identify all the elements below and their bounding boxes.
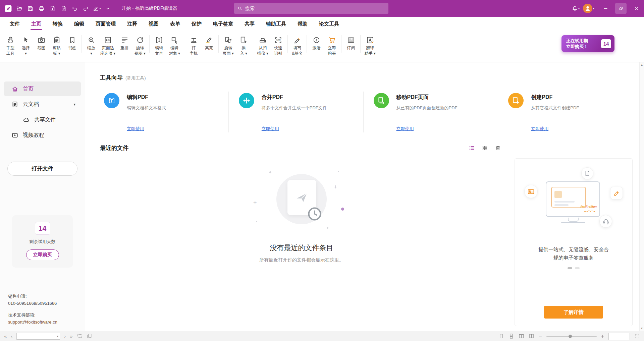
book-view-icon[interactable] xyxy=(529,333,534,339)
carousel-dot[interactable] xyxy=(568,267,572,269)
ribbon-tool-screenshot[interactable]: 截图 xyxy=(34,32,49,51)
menu-item-13[interactable]: 帮助 xyxy=(292,17,313,31)
ribbon-tool-typewriter[interactable]: 打字机 xyxy=(186,32,201,57)
tool-card-use-link[interactable]: 立即使用 xyxy=(127,126,144,132)
export-icon[interactable] xyxy=(47,0,58,17)
menu-item-5[interactable]: 页面管理 xyxy=(90,17,121,31)
snapshot-icon[interactable] xyxy=(77,333,83,339)
menu-item-10[interactable]: 电子签章 xyxy=(207,17,239,31)
prev-page-button[interactable]: ‹ xyxy=(11,334,12,339)
undo-icon[interactable] xyxy=(69,0,80,17)
tool-card-use-link[interactable]: 立即使用 xyxy=(262,126,279,132)
menu-item-2[interactable]: 主页 xyxy=(25,17,47,31)
tool-card-use-link[interactable]: 立即使用 xyxy=(396,126,414,132)
zoom-slider[interactable] xyxy=(546,334,597,339)
tool-card-use-link[interactable]: 立即使用 xyxy=(531,126,548,132)
facing-view-icon[interactable] xyxy=(519,333,524,339)
ribbon-tool-rotate-view[interactable]: 旋转视图 ▾ xyxy=(132,32,148,57)
ribbon-tool-bookmark[interactable]: 书签 xyxy=(64,32,80,51)
tool-card-edit-pdf[interactable]: 编辑PDF编辑文档和文本格式立即使用 xyxy=(100,92,228,132)
menu-item-7[interactable]: 视图 xyxy=(143,17,164,31)
redo-icon[interactable] xyxy=(80,0,91,17)
zoom-value-box[interactable] xyxy=(608,333,630,340)
clipboard-pages-icon[interactable] xyxy=(87,333,92,339)
buy-now-button[interactable]: 立即购买 xyxy=(26,249,59,260)
ribbon-tool-scanner[interactable]: 从扫描仪 ▾ xyxy=(255,32,270,57)
menu-item-6[interactable]: 注释 xyxy=(121,17,143,31)
share-icon[interactable] xyxy=(58,0,69,17)
open-file-icon[interactable] xyxy=(14,0,25,17)
search-input[interactable] xyxy=(245,6,385,11)
menu-item-1[interactable]: 文件 xyxy=(4,17,25,31)
last-page-button[interactable]: » xyxy=(70,334,72,339)
restore-button[interactable] xyxy=(613,0,629,17)
esign-dropdown-caret-icon[interactable]: ▾ xyxy=(99,7,101,10)
close-button[interactable] xyxy=(629,0,644,17)
user-avatar[interactable]: ▾ xyxy=(583,4,594,13)
first-page-button[interactable]: « xyxy=(4,334,7,339)
ribbon-tool-rotate-pages[interactable]: 旋转页面 ▾ xyxy=(220,32,236,57)
scroll-up-icon[interactable]: ▲ xyxy=(641,63,643,66)
ribbon-tool-zoom[interactable]: 缩放▾ xyxy=(84,32,99,57)
carousel-dot[interactable] xyxy=(575,267,580,269)
ribbon-tool-buy[interactable]: 立即购买 xyxy=(324,32,339,57)
save-icon[interactable] xyxy=(25,0,36,17)
zoom-slider-thumb[interactable] xyxy=(569,335,572,338)
zoom-value-input[interactable] xyxy=(609,334,630,340)
open-file-button[interactable]: 打开文件 xyxy=(7,162,77,176)
zoom-in-button[interactable]: + xyxy=(601,334,604,339)
ribbon-tool-fill-sign[interactable]: 填写&签名 xyxy=(289,32,305,57)
ribbon-tool-translate[interactable]: 翻译助手 ▾ xyxy=(362,32,378,57)
search-box[interactable] xyxy=(234,3,388,14)
print-icon[interactable] xyxy=(36,0,47,17)
trial-banner[interactable]: 正在试用期 立即购买！ 14 xyxy=(561,35,614,52)
ribbon-tool-subscribe[interactable]: 订阅 xyxy=(343,32,359,51)
notifications-bell-icon[interactable]: ▾ xyxy=(570,0,581,17)
ribbon-tool-edit-text[interactable]: 编辑文本 xyxy=(151,32,167,57)
menu-item-4[interactable]: 编辑 xyxy=(68,17,90,31)
menu-item-9[interactable]: 保护 xyxy=(186,17,207,31)
ribbon-tool-reflow[interactable]: 重排 xyxy=(117,32,132,51)
ribbon-tool-insert[interactable]: 插入 ▾ xyxy=(236,32,251,57)
ribbon-tool-ocr[interactable]: OCR快速识别 xyxy=(270,32,286,57)
continuous-view-icon[interactable] xyxy=(508,333,514,339)
fit-screen-icon[interactable] xyxy=(634,333,640,339)
notifications-caret-icon[interactable]: ▾ xyxy=(578,7,580,10)
grid-view-icon[interactable] xyxy=(482,145,488,151)
tool-card-create-pdf[interactable]: 创建PDF从其它格式文件创建PDF立即使用 xyxy=(498,92,633,132)
list-view-icon[interactable] xyxy=(469,145,475,151)
menu-item-8[interactable]: 表单 xyxy=(164,17,186,31)
single-page-view-icon[interactable] xyxy=(498,333,504,339)
learn-more-button[interactable]: 了解详情 xyxy=(544,306,603,319)
scroll-down-icon[interactable]: ▼ xyxy=(641,327,643,330)
tool-card-move-pdf-pages[interactable]: 移动PDF页面从已有的PDF页面创建新的PDF立即使用 xyxy=(363,92,498,132)
esign-tool-icon[interactable]: ▾ xyxy=(91,0,102,17)
ribbon-tool-activate[interactable]: 激活 xyxy=(309,32,324,51)
ribbon-tool-page-fit[interactable]: 页面适应选项 ▾ xyxy=(99,32,117,57)
sidebar-item-home[interactable]: 首页 xyxy=(4,81,81,96)
avatar-image[interactable] xyxy=(583,4,592,13)
app-logo[interactable] xyxy=(3,0,14,17)
sidebar-item-shared-files[interactable]: 共享文件 xyxy=(4,112,81,127)
page-dropdown-caret-icon[interactable]: ▾ xyxy=(57,335,59,338)
menu-item-14[interactable]: 论文工具 xyxy=(313,17,345,31)
customize-toolbar-icon[interactable] xyxy=(102,0,113,17)
ribbon-tool-edit-object[interactable]: 编辑对象 ▾ xyxy=(167,32,182,57)
ribbon-tool-hand-tool[interactable]: 手型工具 xyxy=(3,32,18,57)
sidebar-item-video-tutorials[interactable]: 视频教程 xyxy=(4,128,81,143)
tool-card-merge-pdf[interactable]: 合并PDF将多个文件合并生成一个PDF文件立即使用 xyxy=(228,92,363,132)
ribbon-tool-highlight[interactable]: 高亮 xyxy=(201,32,217,51)
minimize-button[interactable] xyxy=(598,0,613,17)
menu-item-12[interactable]: 辅助工具 xyxy=(260,17,292,31)
avatar-caret-icon[interactable]: ▾ xyxy=(593,7,594,10)
cloud-docs-caret-icon[interactable]: ▾ xyxy=(73,102,75,107)
content-scrollbar[interactable]: ▲ ▼ xyxy=(639,62,644,331)
support-email-link[interactable]: support@foxitsoftware.cn xyxy=(8,319,80,326)
menu-item-3[interactable]: 转换 xyxy=(47,17,68,31)
clear-recent-trash-icon[interactable] xyxy=(495,145,501,151)
page-number-input[interactable] xyxy=(18,334,57,339)
menu-item-11[interactable]: 共享 xyxy=(239,17,260,31)
ribbon-tool-select[interactable]: 选择▾ xyxy=(18,32,34,57)
zoom-out-button[interactable]: − xyxy=(539,334,542,339)
ribbon-tool-clipboard[interactable]: 剪贴板 ▾ xyxy=(49,32,64,57)
